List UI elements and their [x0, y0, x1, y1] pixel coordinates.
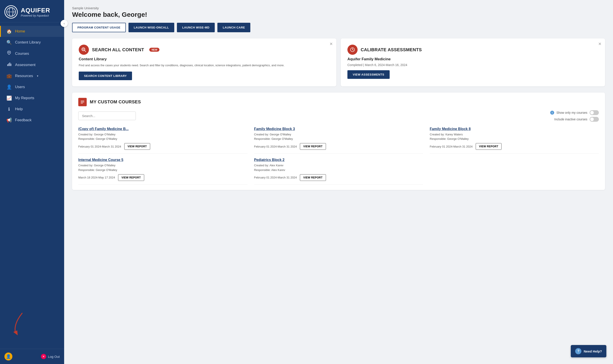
- need-help-label: Need Help?: [584, 350, 602, 353]
- sidebar-item-courses[interactable]: Courses: [0, 48, 64, 59]
- need-help-button[interactable]: ? Need Help?: [571, 345, 606, 357]
- search-content-library-button[interactable]: SEARCH CONTENT LIBRARY: [79, 72, 132, 80]
- course-meta-2: Created by: Karey Waters Responsible: Ge…: [430, 132, 599, 142]
- svg-point-11: [83, 49, 84, 50]
- info-icon: i: [550, 111, 554, 115]
- course-title-0[interactable]: (Copy of) Family Medicine B...: [78, 127, 248, 131]
- course-dates-2: February 01 2024-March 31 2024: [430, 145, 473, 148]
- sidebar-item-label-resources: Resources: [15, 74, 33, 78]
- svg-rect-4: [7, 64, 8, 66]
- logo-title: AQUIFER: [21, 7, 50, 14]
- view-report-button-0[interactable]: VIEW REPORT: [124, 143, 150, 150]
- course-card-4: Pediatrics Block 2 Created by: Alex Kare…: [254, 158, 423, 185]
- view-assessments-button[interactable]: VIEW ASSESSMENTS: [348, 70, 390, 79]
- help-circle-icon: ?: [575, 348, 581, 354]
- main-content: Sample University Welcome back, George! …: [64, 0, 613, 364]
- sidebar-item-label-feedback: Feedback: [15, 118, 32, 122]
- search-card-title: SEARCH ALL CONTENT: [92, 47, 144, 52]
- view-report-button-3[interactable]: VIEW REPORT: [118, 174, 144, 181]
- users-icon: 👤: [6, 84, 12, 90]
- svg-rect-13: [81, 101, 84, 101]
- info-cards-row: ✕ SEARCH ALL CONTENT NEW Content Library…: [72, 39, 605, 86]
- search-card-close[interactable]: ✕: [330, 41, 333, 46]
- my-reports-icon: 📈: [6, 95, 12, 101]
- course-card-0: (Copy of) Family Medicine B... Created b…: [78, 127, 248, 154]
- sidebar-item-resources[interactable]: 💼 Resources ▾: [0, 70, 64, 81]
- sidebar-item-label-help: Help: [15, 107, 23, 111]
- search-icon: 🔍: [6, 40, 12, 45]
- courses-grid: (Copy of) Family Medicine B... Created b…: [78, 127, 599, 185]
- include-inactive-label: Include inactive courses: [554, 117, 587, 121]
- course-meta-1: Created by: George O'Malley Responsible:…: [254, 132, 423, 142]
- course-footer-3: March 18 2024-May 17 2024 VIEW REPORT: [78, 174, 248, 181]
- feedback-icon: 📢: [6, 117, 12, 123]
- course-meta-3: Created by: George O'Malley Responsible:…: [78, 163, 248, 172]
- courses-section-header: MY CUSTOM COURSES: [78, 98, 599, 106]
- user-avatar: 👤: [4, 352, 12, 361]
- sidebar-item-label-courses: Courses: [15, 52, 29, 56]
- course-card-1: Family Medicine Block 3 Created by: Geor…: [254, 127, 423, 154]
- logout-button[interactable]: ✕ Log Out: [41, 354, 60, 359]
- course-title-1[interactable]: Family Medicine Block 3: [254, 127, 423, 131]
- search-card-description: Find and access the cases your students …: [79, 63, 330, 68]
- calibrate-assessments-card: ✕ CALIBRATE ASSESSMENTS Aquifer Family M…: [341, 39, 605, 86]
- course-dates-3: March 18 2024-May 17 2024: [78, 176, 115, 179]
- view-report-button-2[interactable]: VIEW REPORT: [476, 143, 502, 150]
- include-inactive-toggle-row: Include inactive courses: [554, 117, 599, 122]
- launch-care-button[interactable]: LAUNCH CARE: [217, 23, 250, 32]
- sidebar-item-assessment[interactable]: Assessment: [0, 59, 64, 70]
- course-title-4[interactable]: Pediatrics Block 2: [254, 158, 423, 162]
- calibrate-card-header: CALIBRATE ASSESSMENTS: [348, 45, 599, 55]
- sidebar-item-my-reports[interactable]: 📈 My Reports: [0, 92, 64, 104]
- course-card-2: Family Medicine Block 8 Created by: Kare…: [430, 127, 599, 154]
- custom-courses-section: MY CUSTOM COURSES i Show only my courses…: [72, 92, 605, 190]
- calibrate-card-meta: Completed | March 6, 2024-March 16, 2024: [348, 63, 599, 67]
- assessment-icon: [6, 62, 12, 68]
- include-inactive-toggle[interactable]: [590, 117, 599, 122]
- sidebar-toggle[interactable]: ‹: [61, 20, 68, 27]
- university-name: Sample University: [72, 6, 605, 10]
- home-icon: 🏠: [6, 29, 12, 34]
- view-report-button-4[interactable]: VIEW REPORT: [300, 174, 326, 181]
- show-my-courses-toggle[interactable]: [590, 110, 599, 115]
- sidebar-item-home[interactable]: 🏠 Home: [0, 26, 64, 37]
- resources-icon: 💼: [6, 73, 12, 79]
- sidebar-item-help[interactable]: ℹ Help: [0, 104, 64, 115]
- sidebar-item-content-library[interactable]: 🔍 Content Library: [0, 37, 64, 48]
- sidebar-item-label-my-reports: My Reports: [15, 96, 34, 100]
- course-dates-4: February 01 2024-March 31 2024: [254, 176, 297, 179]
- show-my-courses-label: Show only my courses: [556, 111, 587, 114]
- course-meta-4: Created by: Alex Karev Responsible: Alex…: [254, 163, 423, 172]
- custom-courses-title: MY CUSTOM COURSES: [90, 99, 141, 104]
- courses-controls: i Show only my courses Include inactive …: [78, 110, 599, 122]
- course-footer-2: February 01 2024-March 31 2024 VIEW REPO…: [430, 143, 599, 150]
- calibrate-card-title: CALIBRATE ASSESSMENTS: [361, 47, 422, 52]
- sidebar-nav: 🏠 Home 🔍 Content Library Courses: [0, 22, 64, 349]
- search-content-card: ✕ SEARCH ALL CONTENT NEW Content Library…: [72, 39, 336, 86]
- courses-search-input[interactable]: [78, 112, 136, 120]
- view-report-button-1[interactable]: VIEW REPORT: [300, 143, 326, 150]
- course-footer-0: February 01 2024-March 31 2024 VIEW REPO…: [78, 143, 248, 150]
- svg-rect-7: [11, 64, 11, 66]
- calibrate-card-close[interactable]: ✕: [598, 41, 601, 46]
- course-title-2[interactable]: Family Medicine Block 8: [430, 127, 599, 131]
- logout-icon: ✕: [41, 354, 46, 359]
- sidebar-bottom: 👤 ✕ Log Out: [0, 349, 64, 364]
- sidebar-item-label-assessment: Assessment: [15, 63, 36, 67]
- courses-icon: [6, 51, 12, 56]
- svg-rect-6: [10, 63, 10, 66]
- sidebar-item-users[interactable]: 👤 Users: [0, 81, 64, 92]
- calibrate-card-subtitle: Aquifer Family Medicine: [348, 57, 599, 61]
- sidebar-item-label-content-library: Content Library: [15, 40, 41, 45]
- launch-wise-md-button[interactable]: LAUNCH WISE-MD: [177, 23, 215, 32]
- course-footer-4: February 01 2024-March 31 2024 VIEW REPO…: [254, 174, 423, 181]
- calibrate-card-icon: [348, 45, 358, 55]
- program-content-usage-button[interactable]: PROGRAM CONTENT USAGE: [72, 23, 126, 32]
- launch-wise-oncall-button[interactable]: LAUNCH WISE-ONCALL: [128, 23, 174, 32]
- course-dates-0: February 01 2024-March 31 2024: [78, 145, 121, 148]
- search-card-header: SEARCH ALL CONTENT NEW: [79, 45, 330, 55]
- course-title-3[interactable]: Internal Medicine Course 5: [78, 158, 248, 162]
- courses-section-icon: [78, 98, 87, 106]
- welcome-title: Welcome back, George!: [72, 11, 605, 18]
- sidebar-item-feedback[interactable]: 📢 Feedback: [0, 115, 64, 126]
